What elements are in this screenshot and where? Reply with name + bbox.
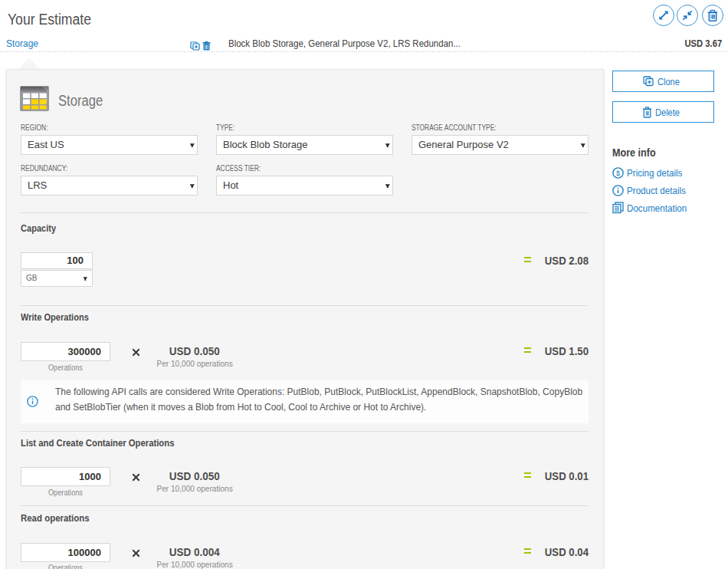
svg-text:$: $ (616, 169, 620, 177)
